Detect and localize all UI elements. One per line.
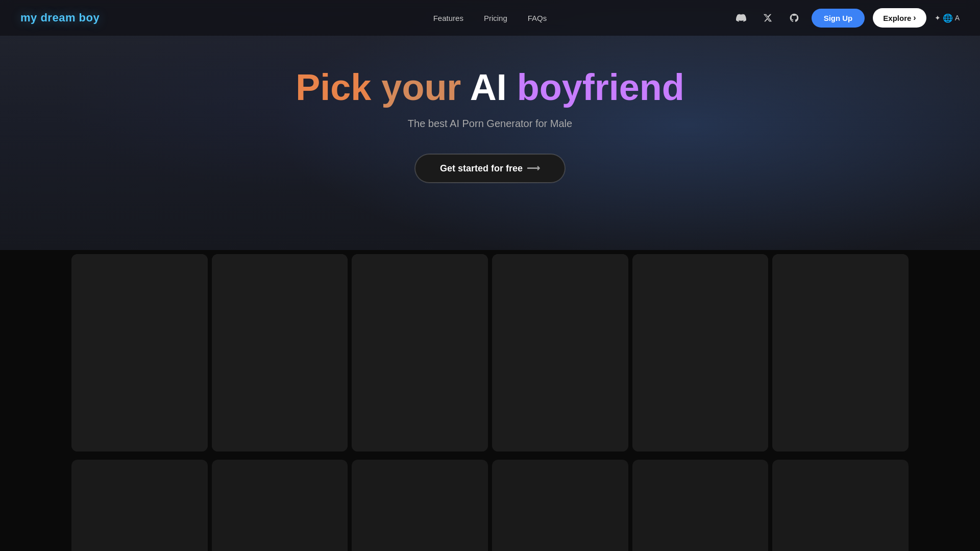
language-selector[interactable]: ✦ 🌐 A (935, 13, 960, 23)
explore-button[interactable]: Explore › (873, 8, 926, 28)
gallery-image-4 (492, 254, 628, 452)
gallery-card-2[interactable] (212, 254, 348, 452)
gallery-card-3[interactable] (352, 254, 488, 452)
nav-pricing[interactable]: Pricing (484, 14, 507, 22)
hero-title-ai: AI (470, 67, 507, 108)
gallery-card-6[interactable] (772, 254, 909, 452)
gallery-card-7[interactable] (71, 460, 208, 551)
cta-label: Get started for free (440, 163, 523, 174)
nav-links: Features Pricing FAQs (433, 14, 547, 22)
gallery-image-2 (212, 254, 348, 452)
hero-title-your: your (381, 67, 461, 108)
gallery-image-6 (772, 254, 909, 452)
gallery-image-1 (71, 254, 208, 452)
gallery-row-1 (0, 250, 980, 456)
gallery-section (0, 250, 980, 551)
gallery-card-5[interactable] (632, 254, 769, 452)
hero-subtitle: The best AI Porn Generator for Male (296, 118, 684, 130)
explore-arrow-icon: › (913, 13, 916, 22)
gallery-card-11[interactable] (632, 460, 769, 551)
gallery-image-5 (632, 254, 769, 452)
gallery-card-12[interactable] (772, 460, 909, 551)
explore-label: Explore (883, 14, 911, 22)
twitter-x-icon[interactable] (758, 9, 777, 27)
lang-label: A (955, 14, 960, 22)
nav-features[interactable]: Features (433, 14, 463, 22)
hero-content: Pick your AI boyfriend The best AI Porn … (296, 67, 684, 183)
gallery-row-2 (0, 460, 980, 551)
hero-title-pick: Pick (296, 67, 371, 108)
github-icon[interactable] (785, 9, 803, 27)
signup-button[interactable]: Sign Up (812, 9, 865, 28)
discord-icon[interactable] (732, 9, 750, 27)
logo[interactable]: my dream boy (20, 11, 100, 24)
navbar: my dream boy Features Pricing FAQs Sign … (0, 0, 980, 36)
gallery-image-3 (352, 254, 488, 452)
gallery-card-8[interactable] (212, 460, 348, 551)
globe-icon: 🌐 (943, 13, 953, 23)
gallery-card-1[interactable] (71, 254, 208, 452)
hero-title: Pick your AI boyfriend (296, 67, 684, 108)
star-icon: ✦ (935, 14, 941, 22)
hero-title-boyfriend: boyfriend (517, 67, 684, 108)
cta-button[interactable]: Get started for free ⟶ (415, 154, 565, 183)
gallery-card-4[interactable] (492, 254, 628, 452)
gallery-card-9[interactable] (352, 460, 488, 551)
hero-section: Pick your AI boyfriend The best AI Porn … (0, 0, 980, 250)
nav-faqs[interactable]: FAQs (528, 14, 547, 22)
nav-right: Sign Up Explore › ✦ 🌐 A (732, 8, 960, 28)
gallery-card-10[interactable] (492, 460, 628, 551)
cta-arrow-icon: ⟶ (527, 163, 540, 174)
logo-text: my dream boy (20, 11, 100, 24)
